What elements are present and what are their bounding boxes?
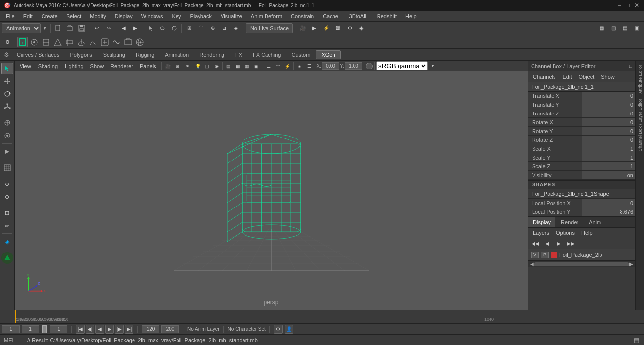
tab-fx-caching[interactable]: FX Caching xyxy=(248,51,286,59)
viewport-content[interactable]: X Y Z persp xyxy=(15,71,528,310)
display-type-1[interactable]: ▦ xyxy=(596,23,607,34)
show-grid-btn[interactable] xyxy=(1,162,13,174)
tab-xgen[interactable]: XGen xyxy=(316,50,340,59)
minimize-button[interactable]: − xyxy=(616,2,622,9)
move-tool[interactable] xyxy=(1,75,13,87)
marquee-select[interactable]: ⊞ xyxy=(1,207,13,219)
ch-rotate-y[interactable]: Rotate Y 0 xyxy=(528,127,635,136)
rp-minimize-icon[interactable]: − xyxy=(625,63,628,69)
universal-manip[interactable] xyxy=(1,117,13,129)
shelf-btn-9[interactable] xyxy=(111,37,122,47)
layer-nav-next-next[interactable]: ▶▶ xyxy=(565,238,576,249)
shelf-btn-6[interactable] xyxy=(76,37,87,47)
display-type-4[interactable]: ▣ xyxy=(631,23,642,34)
vp-grid-btn[interactable]: ⊞ xyxy=(173,62,182,70)
vp-solid-btn[interactable]: ▦ xyxy=(243,62,252,70)
shelf-btn-8[interactable] xyxy=(99,37,110,47)
lasso-tool-btn[interactable] xyxy=(157,23,168,34)
ch-local-pos-x[interactable]: Local Position X 0 xyxy=(528,199,635,207)
menu-create[interactable]: Create xyxy=(38,12,62,20)
display-type-2[interactable]: ▨ xyxy=(608,23,619,34)
prev-key-btn[interactable]: ◀| xyxy=(86,325,94,334)
last-tool-btn[interactable] xyxy=(1,146,13,158)
vp-shadows-btn[interactable]: ◫ xyxy=(203,62,212,70)
display-type-3[interactable]: ▤ xyxy=(620,23,630,34)
shelf-btn-11[interactable] xyxy=(134,37,145,47)
undo-btn[interactable]: ↩ xyxy=(91,23,102,34)
current-frame-right[interactable] xyxy=(50,325,67,333)
char-settings-btn[interactable]: 👤 xyxy=(285,325,293,334)
layer-pickable-btn[interactable]: P xyxy=(541,252,549,258)
ch-scale-y[interactable]: Scale Y 1 xyxy=(528,153,635,162)
shelf-btn-2[interactable] xyxy=(29,37,40,47)
close-button[interactable]: ✕ xyxy=(633,2,640,9)
render-settings-btn[interactable]: ⚙ xyxy=(344,23,355,34)
crease-tool[interactable]: ◈ xyxy=(1,236,13,248)
ch-translate-z[interactable]: Translate Z 0 xyxy=(528,109,635,118)
save-scene-btn[interactable] xyxy=(76,23,87,34)
snap-point-btn[interactable]: ⊕ xyxy=(207,23,218,34)
tab-custom[interactable]: Custom xyxy=(287,51,315,59)
viewport-menu-shading[interactable]: Shading xyxy=(35,62,61,70)
vp-hud-btn[interactable]: ☰ xyxy=(305,62,313,70)
menu-playback[interactable]: Playback xyxy=(186,12,216,20)
tab-animation[interactable]: Animation xyxy=(160,51,194,59)
panel-tab-anim[interactable]: Anim xyxy=(584,217,606,227)
hypershade-btn[interactable]: ◉ xyxy=(356,23,367,34)
animation-dropdown[interactable]: Animation xyxy=(2,23,41,33)
viewport-menu-show[interactable]: Show xyxy=(88,62,107,70)
menu-key[interactable]: Key xyxy=(168,12,185,20)
viewport[interactable]: View Shading Lighting Show Renderer Pane… xyxy=(15,61,528,310)
snap-view-btn[interactable]: ◈ xyxy=(231,23,242,34)
shelf-btn-7[interactable] xyxy=(88,37,98,47)
vp-xray-btn[interactable]: ◉ xyxy=(212,62,221,70)
paint-select-btn[interactable] xyxy=(169,23,179,34)
ch-val-vis[interactable]: on xyxy=(582,171,635,179)
menu-file[interactable]: File xyxy=(2,12,19,20)
cam-x-input[interactable] xyxy=(322,62,339,70)
shelf-btn-3[interactable] xyxy=(41,37,51,47)
snap-curve-btn[interactable]: ⌒ xyxy=(196,23,206,34)
menu-modify[interactable]: Modify xyxy=(86,12,110,20)
vp-lights-btn[interactable]: 💡 xyxy=(194,62,202,70)
vp-circle-btn[interactable]: ● xyxy=(366,63,373,69)
xgen-preview-btn[interactable] xyxy=(1,252,13,264)
menu-visualize[interactable]: Visualize xyxy=(217,12,246,20)
menu-redshift[interactable]: Redshift xyxy=(373,12,400,20)
ch-rotate-z[interactable]: Rotate Z 0 xyxy=(528,136,635,144)
ch-menu-show[interactable]: Show xyxy=(598,73,618,81)
range-end-input[interactable] xyxy=(142,325,159,333)
ch-translate-x[interactable]: Translate X 0 xyxy=(528,92,635,100)
ptm-help[interactable]: Help xyxy=(578,229,596,237)
play-fwd-btn[interactable]: ▶ xyxy=(105,325,114,334)
render-scene-btn[interactable]: ▶ xyxy=(309,23,320,34)
next-key-btn[interactable]: ▶ xyxy=(130,23,141,34)
select-tool-btn[interactable] xyxy=(145,23,156,34)
ch-menu-object[interactable]: Object xyxy=(576,73,597,81)
shelf-btn-5[interactable] xyxy=(64,37,75,47)
ch-rotate-x[interactable]: Rotate X 0 xyxy=(528,118,635,127)
ch-local-pos-y[interactable]: Local Position Y 8.676 xyxy=(528,207,635,216)
ch-visibility[interactable]: Visibility on xyxy=(528,171,635,180)
tab-polygons[interactable]: Polygons xyxy=(65,51,97,59)
paint-effects[interactable]: ✏ xyxy=(1,220,13,231)
zoom-out-btn[interactable]: ⊖ xyxy=(1,191,13,203)
menu-select[interactable]: Select xyxy=(63,12,86,20)
soft-mod-tool[interactable] xyxy=(1,130,13,141)
layer-nav-next[interactable]: ▶ xyxy=(554,238,564,249)
ch-translate-y[interactable]: Translate Y 0 xyxy=(528,100,635,109)
shelf-gear[interactable]: ⚙ xyxy=(2,37,13,47)
tab-sculpting[interactable]: Sculpting xyxy=(98,51,130,59)
ch-val-sy[interactable]: 1 xyxy=(582,153,635,161)
menu-cache[interactable]: Cache xyxy=(319,12,342,20)
vp-isolate-btn[interactable]: ◈ xyxy=(295,62,304,70)
panel-tab-display[interactable]: Display xyxy=(528,217,556,227)
menu-edit[interactable]: Edit xyxy=(20,12,37,20)
layer-nav-prev[interactable]: ◀ xyxy=(542,238,553,249)
ch-menu-edit[interactable]: Edit xyxy=(559,73,575,81)
vp-frac-btn[interactable]: ⚊ xyxy=(265,62,273,70)
vp-cam-btn[interactable]: 🎥 xyxy=(164,62,173,70)
go-start-btn[interactable]: |◀ xyxy=(76,325,85,334)
title-controls[interactable]: − □ ✕ xyxy=(616,2,640,9)
vp-smooth-btn[interactable]: ▩ xyxy=(234,62,243,70)
